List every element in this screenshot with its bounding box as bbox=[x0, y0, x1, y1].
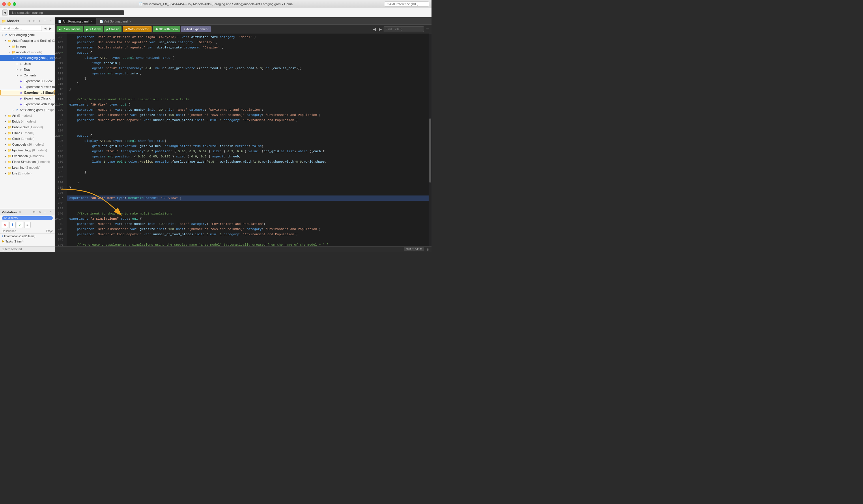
models-panel-header: 📁 Models ⊟ ⊞ + − □ bbox=[0, 17, 54, 25]
tree-item-ant-foraging-root[interactable]: 🗋 Ant Foraging.gaml bbox=[0, 32, 54, 38]
find-model-input[interactable] bbox=[2, 26, 42, 31]
validation-maximize[interactable]: □ bbox=[48, 210, 53, 215]
code-content[interactable]: parameter 'Rate of diffusion of the sign… bbox=[67, 34, 432, 246]
add-experiment-button[interactable]: + Add experiment bbox=[181, 26, 211, 32]
folder-icon: 📁 bbox=[8, 114, 12, 118]
tree-item-exp-3dmem[interactable]: ▶ Experiment 3D with mem bbox=[0, 84, 54, 90]
tree-item-images[interactable]: 📁 images bbox=[0, 43, 54, 49]
tree-item-boids[interactable]: 📁 Boids (4 models) bbox=[0, 118, 54, 124]
run-classic-button[interactable]: Classic bbox=[104, 26, 122, 32]
expand-arrow bbox=[4, 143, 8, 146]
toolbar-nav-left[interactable]: ◀ bbox=[2, 10, 8, 16]
validation-clear-button[interactable]: ✕ bbox=[2, 222, 8, 228]
tree-item-learning[interactable]: 📁 Learning (2 models) bbox=[0, 165, 54, 170]
tree-item-flood-simulation[interactable]: 📁 Flood Simulation (1 model) bbox=[0, 159, 54, 165]
tree-item-comodels[interactable]: 📁 Comodels (26 models) bbox=[0, 142, 54, 147]
tab-close-button[interactable]: ✕ bbox=[129, 20, 132, 23]
col-project: Proje bbox=[41, 230, 53, 233]
tree-item-circle[interactable]: 📁 Circle (1 model) bbox=[0, 130, 54, 136]
tree-item-ant-sorting[interactable]: 🗋 Ant Sorting.gaml (1 experiment) bbox=[0, 107, 54, 113]
line-numbers: 206 207 208 209− 210− 211 212 213 214 21… bbox=[55, 34, 67, 246]
folder-icon: 📁 bbox=[8, 171, 12, 175]
validation-settings[interactable]: ⚙ bbox=[37, 210, 42, 215]
tree-item-tags[interactable]: ▸ Tags bbox=[0, 67, 54, 73]
vertical-scrollbar[interactable] bbox=[429, 34, 432, 246]
tree-item-ants[interactable]: 📁 Ants (Foraging and Sorting) (3 models) bbox=[0, 38, 54, 43]
tree-item-contents[interactable]: ▸ Contents bbox=[0, 73, 54, 78]
run-inspector-button[interactable]: With Inspector bbox=[123, 26, 151, 32]
gaml-file-icon: 🗋 bbox=[15, 56, 19, 60]
code-line-239 bbox=[67, 206, 432, 211]
tab-ant-sorting[interactable]: 📄 Ant Sorting.gaml ✕ bbox=[96, 18, 135, 25]
code-line-242: parameter 'Number:' var: ants_number ini… bbox=[67, 221, 432, 227]
tree-nav-forward[interactable]: ▶ bbox=[48, 26, 53, 30]
code-line-222: parameter 'Number of food depots:' var: … bbox=[67, 118, 432, 123]
code-line-231 bbox=[67, 164, 432, 169]
close-button[interactable] bbox=[2, 2, 6, 6]
maximize-panel-button[interactable]: □ bbox=[48, 19, 53, 23]
traffic-lights[interactable] bbox=[2, 2, 16, 6]
code-line-234: } bbox=[67, 180, 432, 185]
title-bar: 📄 wsGamaRel_1.8_334544454 - Toy Models/A… bbox=[0, 0, 432, 8]
left-panel-status: 1 item selected bbox=[0, 246, 54, 252]
validation-item-info[interactable]: ℹ Information (1202 items) bbox=[0, 234, 54, 239]
code-line-225: output { bbox=[67, 133, 432, 138]
tab-ant-foraging[interactable]: 📄 Ant Foraging.gaml ✕ bbox=[55, 18, 96, 25]
more-options-button[interactable]: ≡ bbox=[425, 27, 430, 31]
model-search-bar: ◀ ▶ bbox=[0, 25, 54, 32]
experiment-icon: ▶ bbox=[19, 102, 23, 106]
scrollbar-thumb[interactable] bbox=[429, 118, 431, 182]
run-3dview-button[interactable]: 3D View bbox=[84, 26, 103, 32]
validation-list-button[interactable]: ≡ bbox=[24, 222, 30, 228]
trash-icon[interactable]: 🗑 bbox=[426, 248, 429, 251]
tree-item-evacuation[interactable]: 📁 Evacuation (4 models) bbox=[0, 153, 54, 159]
tree-item-art[interactable]: 📁 Art (5 models) bbox=[0, 113, 54, 118]
models-panel-title: Models bbox=[7, 19, 19, 23]
main-layout: 📁 Models ⊟ ⊞ + − □ ◀ ▶ 🗋 Ant bbox=[0, 17, 432, 252]
back-play-icon: ◀▶ bbox=[155, 28, 159, 30]
validation-minimize[interactable]: − bbox=[43, 210, 47, 215]
nav-forward-button[interactable]: ▶ bbox=[378, 27, 383, 31]
tree-nav-back[interactable]: ◀ bbox=[43, 26, 48, 30]
nav-back-button[interactable]: ◀ bbox=[372, 27, 377, 31]
folder-icon: 📁 bbox=[8, 125, 12, 129]
maximize-button[interactable] bbox=[13, 2, 16, 6]
tree-item-exp-3dview[interactable]: ▶ Experiment 3D View bbox=[0, 78, 54, 84]
tab-close-button[interactable]: ✕ bbox=[90, 20, 93, 23]
run-3simulations-button[interactable]: 3 Simulations bbox=[57, 26, 83, 32]
code-line-220: parameter 'Number:' var: ants_number ini… bbox=[67, 107, 432, 113]
tree-item-ant-foraging-gaml[interactable]: 🗋 Ant Foraging.gaml (5 experiments) bbox=[0, 55, 54, 61]
expand-arrow bbox=[4, 137, 8, 140]
collapse-all-button[interactable]: ⊟ bbox=[26, 19, 31, 23]
expand-arrow bbox=[8, 50, 12, 54]
code-editor[interactable]: 206 207 208 209− 210− 211 212 213 214 21… bbox=[55, 34, 432, 246]
tree-item-clock[interactable]: 📁 Clock (1 model) bbox=[0, 136, 54, 142]
tree-item-exp-classic[interactable]: ▶ Experiment Classic bbox=[0, 95, 54, 101]
folder-icon: 📁 bbox=[8, 154, 12, 158]
experiment-icon: ▶ bbox=[19, 79, 23, 83]
tree-item-exp-inspector[interactable]: ▶ Experiment With Inspector bbox=[0, 101, 54, 107]
validation-info-filter[interactable]: ℹ bbox=[9, 222, 16, 228]
tree-item-exp-3sim[interactable]: ▶ Experiment 3 Simulations bbox=[0, 90, 54, 95]
code-line-211: image terrain ; bbox=[67, 61, 432, 66]
tree-item-life[interactable]: 📁 Life (1 model) bbox=[0, 170, 54, 176]
tree-item-uses[interactable]: ▸ Uses bbox=[0, 61, 54, 67]
minimize-button[interactable] bbox=[8, 2, 11, 6]
tree-item-epidemiology[interactable]: 📁 Epidemiology (6 models) bbox=[0, 147, 54, 153]
gaml-reference-search[interactable] bbox=[384, 1, 429, 7]
expand-arrow bbox=[4, 39, 8, 42]
tree-item-models[interactable]: 📂 models (2 models) bbox=[0, 49, 54, 55]
code-line-244: parameter 'Number of food depots:' var: … bbox=[67, 232, 432, 237]
run-3dmem-button[interactable]: ◀▶ 3D with mem bbox=[153, 26, 180, 32]
validation-collapse[interactable]: ⊟ bbox=[32, 210, 36, 215]
tree-item-bubble-sort[interactable]: 📁 Bubble Sort (1 model) bbox=[0, 124, 54, 130]
col-description: Description bbox=[2, 230, 41, 233]
validation-item-tasks[interactable]: ⚑ Tasks (1 item) bbox=[0, 239, 54, 244]
validation-check-button[interactable]: ✓ bbox=[17, 222, 23, 228]
code-find-input[interactable] bbox=[384, 26, 424, 32]
minimize-panel-button[interactable]: − bbox=[43, 19, 47, 23]
code-line-208: parameter 'Display state of agents:' var… bbox=[67, 45, 432, 50]
models-header-icons: ⊟ ⊞ + − □ bbox=[26, 19, 53, 23]
new-model-button[interactable]: + bbox=[37, 19, 42, 23]
link-editor-button[interactable]: ⊞ bbox=[32, 19, 36, 23]
